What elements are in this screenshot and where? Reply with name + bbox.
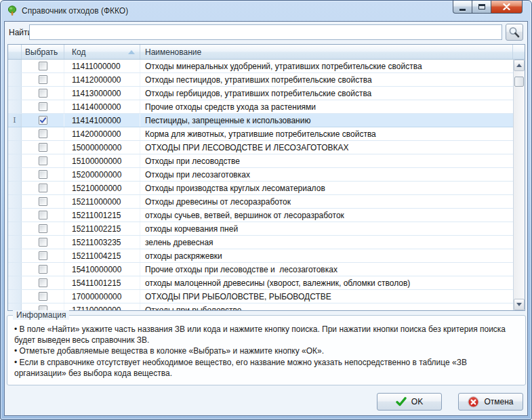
row-checkbox[interactable] [39, 116, 47, 125]
row-name: отходы раскряжевки [140, 249, 513, 262]
scroll-down-icon [516, 303, 522, 306]
close-button[interactable] [491, 1, 523, 14]
table-body: 11411000000Отходы минеральных удобрений,… [8, 60, 513, 310]
table-row[interactable]: 11414000000Прочие отходы средств ухода з… [8, 100, 513, 114]
row-indicator [8, 168, 22, 181]
row-select-cell [22, 87, 64, 100]
row-name: Отходы пестицидов, утративших потребител… [140, 73, 513, 86]
row-code: 11420000000 [64, 127, 140, 140]
info-bullet: • Отметьте добавляемые вещества в колонк… [14, 345, 518, 356]
header-code[interactable]: Код [64, 45, 140, 59]
row-name: Прочие отходы при лесоводстве и лесозаго… [140, 263, 513, 276]
table-row[interactable]: 11413000000Отходы гербицидов, утративших… [8, 87, 513, 100]
row-select-cell [22, 60, 64, 72]
info-groupbox: Информация • В поле «Найти» укажите част… [7, 315, 526, 385]
row-code: 15100000000 [64, 154, 140, 167]
row-indicator [8, 276, 22, 289]
row-indicator [8, 154, 22, 167]
table-row[interactable]: 15200000000Отходы при лесозаготовках [8, 168, 513, 182]
row-name: отходы сучьев, ветвей, вершинок от лесор… [140, 209, 513, 222]
search-button[interactable] [506, 24, 523, 41]
table-row[interactable]: 17000000000ОТХОДЫ ПРИ РЫБОЛОВСТВЕ, РЫБОВ… [8, 290, 513, 303]
row-checkbox[interactable] [39, 129, 47, 138]
table-row[interactable]: 17110000000Отходы при рыболовстве [8, 303, 513, 310]
table-row[interactable]: 15211002215отходы корчевания пней [8, 222, 513, 236]
table-row[interactable]: 15100000000Отходы при лесоводстве [8, 154, 513, 168]
row-select-cell [22, 73, 64, 86]
row-name: Корма для животных, утратившие потребите… [140, 127, 513, 140]
row-select-cell [22, 127, 64, 140]
table-row[interactable]: I11414100000Пестициды, запрещенные к исп… [8, 114, 513, 127]
row-indicator [8, 87, 22, 100]
search-input[interactable] [29, 24, 502, 40]
header-indicator-cell [8, 45, 22, 59]
table-row[interactable]: 15210000000Отходы производства круглых л… [8, 182, 513, 195]
row-code: 17000000000 [64, 290, 140, 303]
table-row[interactable]: 15211003235зелень древесная [8, 236, 513, 249]
row-select-cell [22, 303, 64, 310]
scroll-down-button[interactable] [514, 299, 525, 310]
row-checkbox[interactable] [39, 292, 47, 301]
table-row[interactable]: 15211001215отходы сучьев, ветвей, вершин… [8, 209, 513, 222]
table-row[interactable]: 11412000000Отходы пестицидов, утративших… [8, 73, 513, 87]
row-checkbox[interactable] [39, 306, 47, 310]
row-select-cell [22, 249, 64, 262]
row-checkbox[interactable] [39, 89, 47, 98]
row-code: 15410000000 [64, 263, 140, 276]
table-row[interactable]: 15411001215отходы малоценной древесины (… [8, 276, 513, 290]
ok-button[interactable]: OK [377, 393, 442, 411]
row-name: Отходы при лесозаготовках [140, 168, 513, 181]
row-name: Пестициды, запрещенные к использованию [140, 114, 513, 127]
table-row[interactable]: 15410000000Прочие отходы при лесоводстве… [8, 263, 513, 276]
row-checkbox[interactable] [39, 75, 47, 84]
row-select-cell [22, 154, 64, 167]
vertical-scrollbar[interactable] [513, 60, 525, 310]
header-select[interactable]: Выбрать [22, 45, 64, 59]
row-checkbox[interactable] [39, 251, 47, 260]
row-checkbox[interactable] [39, 224, 47, 233]
row-indicator [8, 249, 22, 262]
maximize-button[interactable] [472, 1, 491, 14]
table-row[interactable]: 11411000000Отходы минеральных удобрений,… [8, 60, 513, 73]
row-checkbox[interactable] [39, 211, 47, 219]
header-name[interactable]: Наименование [140, 45, 513, 59]
row-checkbox[interactable] [39, 265, 47, 274]
row-indicator [8, 100, 22, 113]
row-checkbox[interactable] [39, 102, 47, 111]
cancel-button[interactable]: Отмена [458, 393, 523, 411]
row-checkbox[interactable] [39, 143, 47, 152]
table-row[interactable]: 15000000000ОТХОДЫ ПРИ ЛЕСОВОДСТВЕ И ЛЕСО… [8, 141, 513, 154]
titlebar[interactable]: Справочник отходов (ФККО) [1, 1, 531, 21]
row-name: Отходы при рыболовстве [140, 303, 513, 310]
app-tree-icon [7, 5, 18, 16]
scrollbar-thumb[interactable] [514, 77, 524, 87]
row-name: зелень древесная [140, 236, 513, 249]
row-select-cell [22, 195, 64, 208]
row-name: Отходы производства круглых лесоматериал… [140, 182, 513, 194]
table-row[interactable]: 15211000000Отходы древесины от лесоразра… [8, 195, 513, 209]
row-checkbox[interactable] [39, 170, 47, 179]
ok-label: OK [411, 397, 423, 406]
row-code: 15211004215 [64, 249, 140, 262]
scroll-up-button[interactable] [514, 60, 525, 71]
row-checkbox[interactable] [39, 197, 47, 206]
row-checkbox[interactable] [39, 238, 47, 247]
caption-buttons [453, 1, 523, 14]
row-checkbox[interactable] [39, 156, 47, 165]
row-checkbox[interactable] [39, 184, 47, 192]
table-row[interactable]: 15211004215отходы раскряжевки [8, 249, 513, 263]
row-checkbox[interactable] [39, 278, 47, 287]
table-row[interactable]: 11420000000Корма для животных, утративши… [8, 127, 513, 141]
row-name: Прочие отходы средств ухода за растениям… [140, 100, 513, 113]
row-checkbox[interactable] [39, 62, 47, 70]
row-select-cell [22, 290, 64, 303]
row-select-cell [22, 276, 64, 289]
close-icon [503, 3, 510, 10]
row-name: Отходы минеральных удобрений, утративших… [140, 60, 513, 72]
row-code: 15411001215 [64, 276, 140, 289]
minimize-button[interactable] [453, 1, 472, 14]
cancel-label: Отмена [484, 397, 513, 406]
info-bullet: • В поле «Найти» укажите часть названия … [14, 324, 518, 345]
row-indicator [8, 290, 22, 303]
row-select-cell [22, 168, 64, 181]
